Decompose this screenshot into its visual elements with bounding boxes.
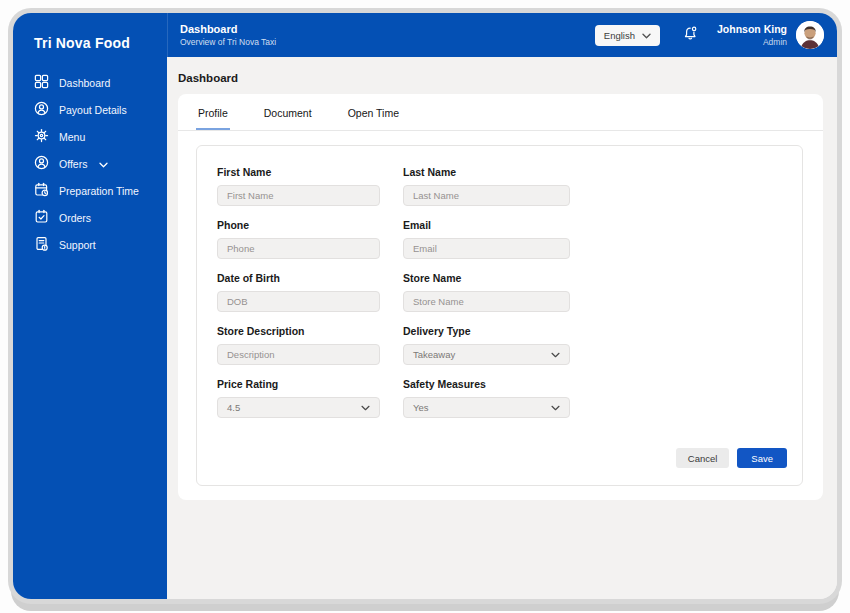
- sidebar-item-label: Support: [59, 239, 96, 251]
- sidebar-item-orders[interactable]: Orders: [13, 204, 167, 231]
- notifications-button[interactable]: [682, 25, 699, 46]
- field-store-name: Store Name: [403, 272, 570, 312]
- field-label: Store Name: [403, 272, 570, 284]
- select-value: 4.5: [227, 402, 240, 413]
- document-badge-icon: [34, 236, 49, 253]
- chevron-down-icon: [99, 158, 108, 170]
- tab-open-time[interactable]: Open Time: [346, 94, 401, 130]
- select-value: Takeaway: [413, 349, 455, 360]
- field-first-name: First Name: [217, 166, 380, 206]
- sidebar-item-label: Offers: [59, 158, 87, 170]
- sidebar-item-dashboard[interactable]: Dashboard: [13, 69, 167, 96]
- field-label: Store Description: [217, 325, 380, 337]
- field-phone: Phone: [217, 219, 380, 259]
- tab-bar: Profile Document Open Time: [178, 94, 823, 131]
- sidebar-item-label: Orders: [59, 212, 91, 224]
- user-name: Johnson King: [717, 23, 787, 35]
- form-actions: Cancel Save: [217, 448, 787, 468]
- sidebar-nav: Dashboard Payout Details: [13, 69, 167, 258]
- sidebar-item-preparation-time[interactable]: Preparation Time: [13, 177, 167, 204]
- field-safety-measures: Safety Measures Yes: [403, 378, 570, 418]
- user-role: Admin: [717, 37, 787, 47]
- top-header: Dashboard Overview of Tri Nova Taxi Engl…: [167, 13, 837, 57]
- last-name-input[interactable]: [403, 185, 570, 206]
- save-button[interactable]: Save: [737, 448, 787, 468]
- sidebar-item-offers[interactable]: Offers: [13, 150, 167, 177]
- store-description-input[interactable]: [217, 344, 380, 365]
- field-date-of-birth: Date of Birth: [217, 272, 380, 312]
- bell-icon: [682, 25, 699, 46]
- tab-profile[interactable]: Profile: [196, 94, 230, 130]
- dashboard-grid-icon: [34, 74, 49, 91]
- field-store-description: Store Description: [217, 325, 380, 365]
- brand-title: Tri Nova Food: [13, 13, 167, 69]
- calendar-check-icon: [34, 209, 49, 226]
- user-info: Johnson King Admin: [717, 23, 787, 47]
- safety-measures-select[interactable]: Yes: [403, 397, 570, 418]
- field-label: First Name: [217, 166, 380, 178]
- price-rating-select[interactable]: 4.5: [217, 397, 380, 418]
- chevron-down-icon: [361, 402, 370, 413]
- header-title: Dashboard: [180, 23, 276, 35]
- profile-form-card: First Name Last Name Phone: [196, 145, 803, 486]
- chevron-down-icon: [551, 402, 560, 413]
- email-input[interactable]: [403, 238, 570, 259]
- first-name-input[interactable]: [217, 185, 380, 206]
- language-selector[interactable]: English: [595, 25, 660, 46]
- user-circle-icon: [34, 101, 49, 118]
- gear-icon: [34, 128, 49, 145]
- content-panel: Profile Document Open Time First Name La…: [178, 94, 823, 500]
- tab-document[interactable]: Document: [262, 94, 314, 130]
- field-label: Delivery Type: [403, 325, 570, 337]
- sidebar-item-label: Menu: [59, 131, 85, 143]
- field-last-name: Last Name: [403, 166, 570, 206]
- sidebar-item-menu[interactable]: Menu: [13, 123, 167, 150]
- dob-input[interactable]: [217, 291, 380, 312]
- calendar-clock-icon: [34, 182, 49, 199]
- field-label: Phone: [217, 219, 380, 231]
- page-title: Dashboard: [178, 72, 837, 84]
- chevron-down-icon: [642, 30, 651, 41]
- sidebar-item-payout-details[interactable]: Payout Details: [13, 96, 167, 123]
- app-window: Tri Nova Food Dashboard: [13, 13, 837, 599]
- cancel-button[interactable]: Cancel: [676, 448, 730, 468]
- field-label: Safety Measures: [403, 378, 570, 390]
- chevron-down-icon: [551, 349, 560, 360]
- profile-form: First Name Last Name Phone: [217, 166, 787, 431]
- sidebar-item-label: Payout Details: [59, 104, 127, 116]
- sidebar: Tri Nova Food Dashboard: [13, 13, 167, 599]
- avatar[interactable]: [796, 21, 824, 49]
- delivery-type-select[interactable]: Takeaway: [403, 344, 570, 365]
- field-label: Date of Birth: [217, 272, 380, 284]
- field-delivery-type: Delivery Type Takeaway: [403, 325, 570, 365]
- select-value: Yes: [413, 402, 429, 413]
- sidebar-item-label: Dashboard: [59, 77, 110, 89]
- sidebar-item-label: Preparation Time: [59, 185, 139, 197]
- user-circle-icon: [34, 155, 49, 172]
- main-content: Dashboard Profile Document Open Time Fir…: [167, 57, 837, 599]
- field-price-rating: Price Rating 4.5: [217, 378, 380, 418]
- sidebar-item-support[interactable]: Support: [13, 231, 167, 258]
- header-subtitle: Overview of Tri Nova Taxi: [180, 37, 276, 47]
- field-email: Email: [403, 219, 570, 259]
- phone-input[interactable]: [217, 238, 380, 259]
- field-label: Email: [403, 219, 570, 231]
- field-label: Price Rating: [217, 378, 380, 390]
- field-label: Last Name: [403, 166, 570, 178]
- language-label: English: [604, 30, 635, 41]
- store-name-input[interactable]: [403, 291, 570, 312]
- device-frame: Tri Nova Food Dashboard: [0, 0, 850, 613]
